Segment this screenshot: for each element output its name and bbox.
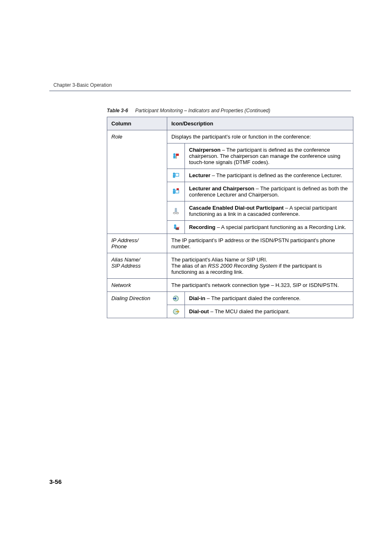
network-label: Network: [107, 279, 167, 292]
table-row: IP Address/ Phone The IP participant's I…: [107, 234, 353, 253]
svg-rect-6: [175, 173, 179, 176]
dial-out-desc: Dial-out – The MCU dialed the participan…: [185, 305, 353, 318]
dial-out-bold: Dial-out: [189, 308, 209, 314]
ip-label: IP Address/ Phone: [107, 234, 167, 253]
alias-line2-italic: RSS 2000 Recording System: [208, 263, 277, 269]
alias-desc: The participant's Alias Name or SIP URI.…: [167, 253, 353, 279]
svg-point-14: [176, 213, 178, 214]
cascade-icon: [167, 201, 185, 221]
cascade-bold: Cascade Enabled Dial-out Participant: [189, 205, 284, 211]
dialing-label: Dialing Direction: [107, 292, 167, 318]
svg-point-15: [174, 224, 176, 226]
svg-rect-5: [173, 175, 175, 178]
table-row: Dialing Direction Dial-in – The particip…: [107, 292, 353, 305]
table-caption: Table 3-6 Participant Monitoring – Indic…: [107, 108, 351, 113]
lecturer-chairperson-desc: Lecturer and Chairperson – The participa…: [185, 182, 353, 201]
lecturer-desc: Lecturer – The participant is defined as…: [185, 169, 353, 182]
role-intro: Displays the participant's role or funct…: [167, 130, 353, 143]
page-number: 3-56: [49, 478, 62, 485]
th-column: Column: [107, 117, 167, 130]
dial-in-text: – The participant dialed the conference.: [205, 295, 301, 301]
svg-rect-8: [173, 191, 175, 194]
svg-rect-18: [175, 228, 177, 229]
ip-desc: The IP participant's IP address or the I…: [167, 234, 353, 253]
cascade-desc: Cascade Enabled Dial-out Participant – A…: [185, 201, 353, 221]
recording-desc: Recording – A special participant functi…: [185, 221, 353, 234]
recording-text: – A special participant functioning as a…: [215, 224, 346, 230]
role-label: Role: [107, 130, 167, 234]
dial-in-bold: Dial-in: [189, 295, 205, 301]
dial-out-text: – The MCU dialed the participant.: [209, 308, 290, 314]
svg-rect-9: [175, 190, 179, 193]
recording-icon: [167, 221, 185, 234]
lc-bold: Lecturer and Chairperson: [189, 185, 254, 192]
lecturer-chairperson-icon: [167, 182, 185, 201]
lecturer-icon: [167, 169, 185, 182]
svg-rect-2: [176, 153, 179, 155]
svg-rect-1: [173, 155, 175, 158]
lecturer-bold: Lecturer: [189, 172, 210, 178]
svg-rect-12: [175, 210, 177, 212]
table-row: Alias Name/ SIP Address The participant'…: [107, 253, 353, 279]
dial-in-icon: [167, 292, 185, 305]
recording-bold: Recording: [189, 224, 215, 230]
chairperson-bold: Chairperson: [189, 147, 221, 153]
header-rule: [49, 90, 351, 91]
dial-in-desc: Dial-in – The participant dialed the con…: [185, 292, 353, 305]
svg-point-13: [173, 213, 175, 214]
svg-point-7: [173, 189, 175, 191]
properties-table: Column Icon/Description Role Displays th…: [107, 117, 353, 318]
th-description: Icon/Description: [167, 117, 353, 130]
chapter-header: Chapter 3-Basic Operation: [53, 82, 351, 88]
dial-out-icon: [167, 305, 185, 318]
table-row: Network The participant's network connec…: [107, 279, 353, 292]
alias-line1: The participant's Alias Name or SIP URI.: [171, 257, 267, 263]
caption-title: Participant Monitoring – Indicators and …: [135, 108, 270, 113]
chairperson-icon: [167, 143, 185, 169]
caption-label: Table 3-6: [107, 108, 128, 113]
svg-point-4: [173, 172, 175, 174]
chairperson-desc: Chairperson – The participant is defined…: [185, 143, 353, 169]
network-desc: The participant's network connection typ…: [167, 279, 353, 292]
svg-point-0: [173, 153, 175, 155]
svg-point-11: [175, 208, 177, 210]
lecturer-text: – The participant is defined as the conf…: [210, 172, 342, 178]
svg-rect-10: [177, 188, 179, 190]
alias-line2a: The alias of an: [171, 263, 208, 269]
table-header-row: Column Icon/Description: [107, 117, 353, 130]
svg-rect-3: [176, 155, 176, 158]
alias-label: Alias Name/ SIP Address: [107, 253, 167, 279]
table-row: Role Displays the participant's role or …: [107, 130, 353, 143]
